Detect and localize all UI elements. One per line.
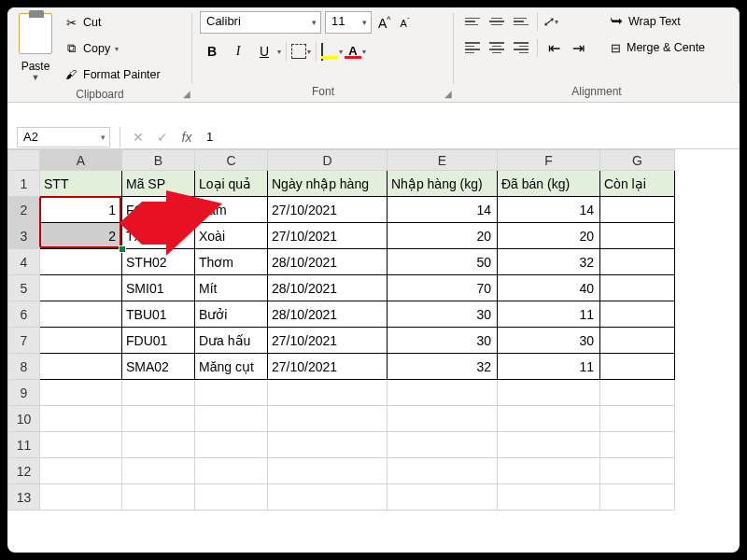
cell[interactable]: 20	[388, 223, 498, 249]
cell[interactable]: SMI01	[122, 275, 195, 301]
cell[interactable]	[122, 432, 195, 458]
cell[interactable]: 28/10/2021	[268, 249, 388, 275]
cell[interactable]: Mít	[195, 275, 268, 301]
cell[interactable]: 30	[388, 301, 498, 328]
cell[interactable]: 1	[40, 197, 122, 223]
column-header[interactable]: D	[268, 150, 388, 171]
cell[interactable]: Bưởi	[195, 301, 268, 328]
spreadsheet-grid[interactable]: ABCDEFG1STTMã SPLoại quảNgày nhập hàngNh…	[7, 149, 740, 511]
cell[interactable]	[498, 406, 600, 432]
align-bottom-button[interactable]	[510, 11, 532, 32]
cell[interactable]: Xoài	[195, 223, 268, 249]
fx-button[interactable]: fx	[175, 130, 199, 145]
decrease-indent-button[interactable]: ⇤	[543, 37, 565, 58]
cell[interactable]: Còn lại	[600, 171, 675, 197]
cell[interactable]	[600, 354, 675, 380]
cell[interactable]	[388, 458, 498, 484]
cell[interactable]: Mã SP	[122, 171, 195, 197]
cell[interactable]	[600, 432, 675, 458]
cell[interactable]	[268, 432, 388, 458]
cell[interactable]	[195, 380, 268, 406]
row-header[interactable]: 12	[8, 458, 40, 484]
cell[interactable]: 27/10/2021	[268, 354, 388, 380]
cell[interactable]	[388, 406, 498, 432]
row-header[interactable]: 11	[8, 432, 40, 458]
cell[interactable]: 50	[388, 249, 498, 275]
column-header[interactable]: F	[498, 150, 600, 171]
cell[interactable]: Thơm	[195, 249, 268, 275]
column-header[interactable]: B	[122, 150, 195, 171]
cell[interactable]: 14	[498, 197, 600, 223]
row-header[interactable]: 13	[8, 484, 40, 511]
cell[interactable]: TBU01	[122, 301, 195, 328]
align-center-button[interactable]	[486, 37, 508, 58]
cell[interactable]	[268, 380, 388, 406]
cell[interactable]: Loại quả	[195, 171, 268, 197]
orientation-button[interactable]: ⤢▾	[543, 14, 558, 29]
cell[interactable]: 14	[388, 197, 498, 223]
row-header[interactable]: 1	[8, 171, 40, 197]
cell[interactable]	[122, 458, 195, 484]
cell[interactable]: Ngày nhập hàng	[268, 171, 388, 197]
underline-button[interactable]: U▾	[252, 39, 281, 63]
chevron-down-icon[interactable]: ▼	[32, 73, 40, 82]
cell[interactable]: 28/10/2021	[268, 301, 388, 328]
cell[interactable]: FCA01	[122, 197, 195, 223]
cell[interactable]: Nhập hàng (kg)	[388, 171, 498, 197]
column-header[interactable]: A	[40, 150, 122, 171]
cell[interactable]: 11	[498, 301, 600, 328]
cell[interactable]	[600, 275, 675, 301]
name-box[interactable]: A2 ▾	[17, 127, 110, 147]
cell[interactable]	[195, 458, 268, 484]
cell[interactable]: SMA02	[122, 354, 195, 380]
cell[interactable]	[600, 249, 675, 275]
font-color-button[interactable]: A▾	[345, 44, 366, 59]
fill-handle[interactable]	[119, 245, 126, 253]
column-header[interactable]: E	[388, 150, 498, 171]
paste-button[interactable]: Paste ▼	[15, 11, 56, 84]
cell[interactable]	[40, 354, 122, 380]
cell[interactable]	[600, 458, 675, 484]
cell[interactable]	[40, 380, 122, 406]
chevron-down-icon[interactable]: ▾	[115, 45, 119, 53]
cell[interactable]	[195, 406, 268, 432]
cancel-button[interactable]: ✕	[126, 130, 150, 145]
row-header[interactable]: 10	[8, 406, 40, 432]
cell[interactable]	[40, 249, 122, 275]
cell[interactable]: 2	[40, 223, 122, 249]
merge-center-button[interactable]: ⊟ Merge & Cente	[611, 37, 705, 58]
italic-button[interactable]: I	[226, 39, 250, 63]
row-header[interactable]: 6	[8, 301, 40, 328]
cell[interactable]	[268, 406, 388, 432]
cell[interactable]	[388, 380, 498, 406]
cell[interactable]: 28/10/2021	[268, 275, 388, 301]
cell[interactable]: FDU01	[122, 328, 195, 354]
cell[interactable]	[600, 223, 675, 249]
cell[interactable]	[600, 328, 675, 354]
cell[interactable]	[40, 406, 122, 432]
cell[interactable]	[40, 275, 122, 301]
cell[interactable]	[600, 197, 675, 223]
cell[interactable]: 30	[388, 328, 498, 354]
cell[interactable]	[498, 380, 600, 406]
decrease-font-button[interactable]: Aˇ	[398, 14, 413, 31]
cell[interactable]: Cam	[195, 197, 268, 223]
cell[interactable]	[498, 432, 600, 458]
cell[interactable]	[122, 484, 195, 511]
cell[interactable]	[600, 380, 675, 406]
cell[interactable]	[268, 458, 388, 484]
format-painter-button[interactable]: 🖌 Format Painter	[62, 63, 162, 86]
cell[interactable]: 20	[498, 223, 600, 249]
increase-indent-button[interactable]: ⇥	[567, 37, 589, 58]
cell[interactable]: 30	[498, 328, 600, 354]
cell[interactable]: TXC	[122, 223, 195, 249]
cell[interactable]: 70	[388, 275, 498, 301]
align-right-button[interactable]	[510, 37, 532, 58]
cell[interactable]	[195, 432, 268, 458]
cell[interactable]	[268, 484, 388, 511]
cell[interactable]: 32	[388, 354, 498, 380]
font-size-select[interactable]: 11 ▾	[325, 11, 372, 34]
cell[interactable]	[40, 328, 122, 354]
enter-button[interactable]: ✓	[150, 130, 175, 145]
cell[interactable]	[600, 484, 675, 511]
